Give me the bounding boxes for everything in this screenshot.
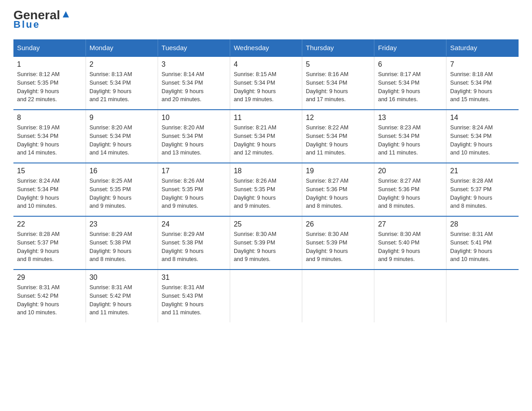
day-number: 19 [306, 167, 370, 175]
calendar-cell: 10 Sunrise: 8:20 AM Sunset: 5:34 PM Dayl… [158, 110, 230, 163]
day-number: 16 [90, 167, 154, 175]
calendar-cell: 22 Sunrise: 8:28 AM Sunset: 5:37 PM Dayl… [13, 216, 86, 270]
day-info: Sunrise: 8:27 AM Sunset: 5:36 PM Dayligh… [306, 177, 370, 210]
calendar-week-row: 1 Sunrise: 8:12 AM Sunset: 5:35 PM Dayli… [13, 56, 519, 110]
calendar-cell: 23 Sunrise: 8:29 AM Sunset: 5:38 PM Dayl… [86, 216, 158, 270]
day-info: Sunrise: 8:18 AM Sunset: 5:34 PM Dayligh… [450, 70, 515, 104]
day-info: Sunrise: 8:24 AM Sunset: 5:34 PM Dayligh… [17, 177, 82, 210]
day-info: Sunrise: 8:12 AM Sunset: 5:35 PM Dayligh… [17, 70, 82, 104]
day-info: Sunrise: 8:29 AM Sunset: 5:38 PM Dayligh… [90, 230, 154, 264]
calendar-cell: 29 Sunrise: 8:31 AM Sunset: 5:42 PM Dayl… [13, 270, 86, 322]
weekday-header-friday: Friday [374, 39, 446, 56]
day-number: 20 [378, 167, 442, 175]
calendar-cell: 24 Sunrise: 8:29 AM Sunset: 5:38 PM Dayl… [158, 216, 230, 270]
day-info: Sunrise: 8:13 AM Sunset: 5:34 PM Dayligh… [90, 70, 154, 104]
day-number: 30 [90, 274, 154, 282]
day-number: 1 [17, 60, 82, 68]
calendar-cell: 16 Sunrise: 8:25 AM Sunset: 5:35 PM Dayl… [86, 163, 158, 216]
weekday-header-monday: Monday [86, 39, 158, 56]
day-number: 9 [90, 114, 154, 122]
weekday-header-wednesday: Wednesday [230, 39, 302, 56]
day-info: Sunrise: 8:26 AM Sunset: 5:35 PM Dayligh… [234, 177, 298, 210]
calendar-cell: 18 Sunrise: 8:26 AM Sunset: 5:35 PM Dayl… [230, 163, 302, 216]
day-number: 17 [162, 167, 226, 175]
day-info: Sunrise: 8:22 AM Sunset: 5:34 PM Dayligh… [306, 124, 370, 157]
calendar-cell: 8 Sunrise: 8:19 AM Sunset: 5:34 PM Dayli… [13, 110, 86, 163]
day-info: Sunrise: 8:14 AM Sunset: 5:34 PM Dayligh… [162, 70, 226, 104]
day-number: 24 [162, 220, 226, 228]
calendar-cell: 5 Sunrise: 8:16 AM Sunset: 5:34 PM Dayli… [302, 56, 374, 110]
day-info: Sunrise: 8:31 AM Sunset: 5:43 PM Dayligh… [162, 283, 226, 317]
day-number: 2 [90, 60, 154, 68]
day-number: 31 [162, 274, 226, 282]
day-info: Sunrise: 8:30 AM Sunset: 5:40 PM Dayligh… [378, 230, 442, 264]
weekday-header-saturday: Saturday [446, 39, 519, 56]
calendar-cell: 1 Sunrise: 8:12 AM Sunset: 5:35 PM Dayli… [13, 56, 86, 110]
calendar-table: SundayMondayTuesdayWednesdayThursdayFrid… [13, 39, 519, 322]
day-number: 10 [162, 114, 226, 122]
logo-arrow-icon [61, 9, 71, 19]
day-number: 11 [234, 114, 298, 122]
day-number: 18 [234, 167, 298, 175]
calendar-cell: 20 Sunrise: 8:27 AM Sunset: 5:36 PM Dayl… [374, 163, 446, 216]
day-info: Sunrise: 8:27 AM Sunset: 5:36 PM Dayligh… [378, 177, 442, 210]
day-info: Sunrise: 8:28 AM Sunset: 5:37 PM Dayligh… [17, 230, 82, 264]
logo-blue: Blue [13, 19, 40, 30]
day-number: 26 [306, 220, 370, 228]
calendar-cell: 15 Sunrise: 8:24 AM Sunset: 5:34 PM Dayl… [13, 163, 86, 216]
day-info: Sunrise: 8:20 AM Sunset: 5:34 PM Dayligh… [162, 124, 226, 157]
calendar-cell: 14 Sunrise: 8:24 AM Sunset: 5:34 PM Dayl… [446, 110, 519, 163]
day-number: 13 [378, 114, 442, 122]
day-info: Sunrise: 8:21 AM Sunset: 5:34 PM Dayligh… [234, 124, 298, 157]
calendar-cell: 30 Sunrise: 8:31 AM Sunset: 5:42 PM Dayl… [86, 270, 158, 322]
day-info: Sunrise: 8:15 AM Sunset: 5:34 PM Dayligh… [234, 70, 298, 104]
calendar-cell: 6 Sunrise: 8:17 AM Sunset: 5:34 PM Dayli… [374, 56, 446, 110]
calendar-cell: 27 Sunrise: 8:30 AM Sunset: 5:40 PM Dayl… [374, 216, 446, 270]
day-number: 3 [162, 60, 226, 68]
day-info: Sunrise: 8:16 AM Sunset: 5:34 PM Dayligh… [306, 70, 370, 104]
day-info: Sunrise: 8:30 AM Sunset: 5:39 PM Dayligh… [306, 230, 370, 264]
day-number: 12 [306, 114, 370, 122]
logo: General Blue [13, 9, 71, 30]
day-number: 22 [17, 220, 82, 228]
day-number: 4 [234, 60, 298, 68]
calendar-cell: 2 Sunrise: 8:13 AM Sunset: 5:34 PM Dayli… [86, 56, 158, 110]
day-number: 6 [378, 60, 442, 68]
day-info: Sunrise: 8:24 AM Sunset: 5:34 PM Dayligh… [450, 124, 515, 157]
calendar-cell: 19 Sunrise: 8:27 AM Sunset: 5:36 PM Dayl… [302, 163, 374, 216]
day-info: Sunrise: 8:23 AM Sunset: 5:34 PM Dayligh… [378, 124, 442, 157]
calendar-cell [230, 270, 302, 322]
weekday-header-thursday: Thursday [302, 39, 374, 56]
day-number: 21 [450, 167, 515, 175]
calendar-cell [374, 270, 446, 322]
day-number: 15 [17, 167, 82, 175]
calendar-week-row: 15 Sunrise: 8:24 AM Sunset: 5:34 PM Dayl… [13, 163, 519, 216]
calendar-cell [302, 270, 374, 322]
day-info: Sunrise: 8:28 AM Sunset: 5:37 PM Dayligh… [450, 177, 515, 210]
calendar-cell: 7 Sunrise: 8:18 AM Sunset: 5:34 PM Dayli… [446, 56, 519, 110]
calendar-cell: 28 Sunrise: 8:31 AM Sunset: 5:41 PM Dayl… [446, 216, 519, 270]
calendar-cell: 3 Sunrise: 8:14 AM Sunset: 5:34 PM Dayli… [158, 56, 230, 110]
day-info: Sunrise: 8:19 AM Sunset: 5:34 PM Dayligh… [17, 124, 82, 157]
day-info: Sunrise: 8:31 AM Sunset: 5:42 PM Dayligh… [17, 283, 82, 317]
svg-marker-0 [63, 11, 69, 17]
calendar-cell: 21 Sunrise: 8:28 AM Sunset: 5:37 PM Dayl… [446, 163, 519, 216]
day-info: Sunrise: 8:20 AM Sunset: 5:34 PM Dayligh… [90, 124, 154, 157]
calendar-cell: 12 Sunrise: 8:22 AM Sunset: 5:34 PM Dayl… [302, 110, 374, 163]
day-info: Sunrise: 8:26 AM Sunset: 5:35 PM Dayligh… [162, 177, 226, 210]
calendar-week-row: 8 Sunrise: 8:19 AM Sunset: 5:34 PM Dayli… [13, 110, 519, 163]
weekday-header-tuesday: Tuesday [158, 39, 230, 56]
page-header: General Blue [13, 9, 519, 30]
calendar-cell: 11 Sunrise: 8:21 AM Sunset: 5:34 PM Dayl… [230, 110, 302, 163]
weekday-header-sunday: Sunday [13, 39, 86, 56]
day-number: 28 [450, 220, 515, 228]
day-info: Sunrise: 8:17 AM Sunset: 5:34 PM Dayligh… [378, 70, 442, 104]
day-number: 27 [378, 220, 442, 228]
day-number: 25 [234, 220, 298, 228]
calendar-cell: 26 Sunrise: 8:30 AM Sunset: 5:39 PM Dayl… [302, 216, 374, 270]
calendar-cell: 31 Sunrise: 8:31 AM Sunset: 5:43 PM Dayl… [158, 270, 230, 322]
day-number: 7 [450, 60, 515, 68]
day-info: Sunrise: 8:31 AM Sunset: 5:41 PM Dayligh… [450, 230, 515, 264]
day-info: Sunrise: 8:29 AM Sunset: 5:38 PM Dayligh… [162, 230, 226, 264]
day-info: Sunrise: 8:30 AM Sunset: 5:39 PM Dayligh… [234, 230, 298, 264]
